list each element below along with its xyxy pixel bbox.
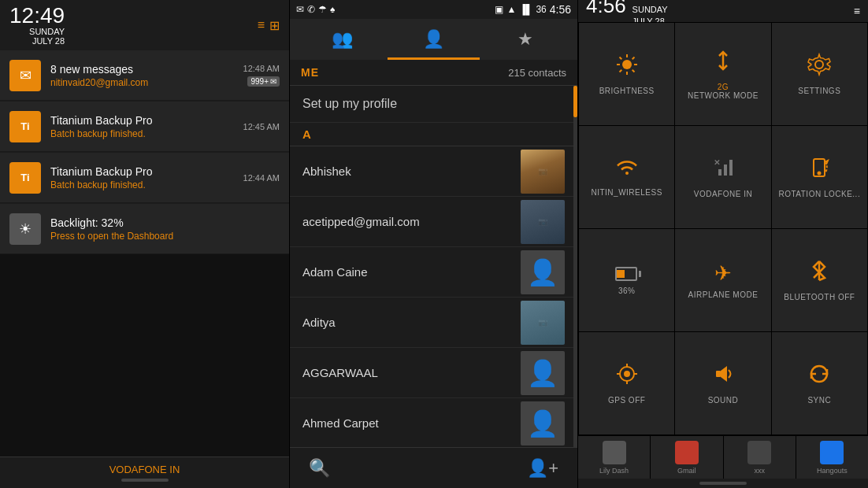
sync-icon [807,362,831,391]
notification-list: ✉ 8 new messages nitinvaid20@gmail.com 1… [0,50,289,254]
status-icons-1: ≡ ⊞ [258,18,280,33]
battery-display [615,266,639,282]
contacts-panel: ✉ ✆ ☂ ♠ ▣ ▲ ▐▌ 36 4:56 👥 👤 ★ ME 215 cont… [289,0,578,488]
svg-line-7 [632,57,634,60]
titanium1-time: 12:45 AM [243,122,280,131]
app-hangouts[interactable]: Hangouts [796,436,868,479]
tab-favorites[interactable]: ★ [480,19,571,60]
titanium2-meta: 12:44 AM [243,173,280,183]
svg-text:✕: ✕ [714,158,720,167]
contact-aditya[interactable]: Aditya 📷 [290,298,577,348]
date-1: SUNDAY JULY 28 [9,27,65,46]
message-notif-time: 12:48 AM [243,64,280,73]
contacts-icon: 👤 [423,29,444,50]
app-gmail[interactable]: Gmail [651,436,722,479]
tile-battery[interactable]: 36% [579,229,674,331]
profile-setup-item[interactable]: Set up my profile [290,86,577,123]
scroll-thumb [573,86,577,117]
svg-line-5 [619,57,621,60]
search-icon[interactable]: 🔍 [309,458,330,479]
message-notif-subtitle: nitinvaid20@gmail.com [50,77,234,88]
tile-gps[interactable]: GPS OFF [579,332,674,434]
signal-icon: ✕ [711,156,735,185]
vodafone-label: VODAFONE IN [694,190,752,198]
tile-rotation[interactable]: ROTATION LOCKE... [772,126,867,228]
tile-sound[interactable]: SOUND [675,332,770,434]
titanium2-time: 12:44 AM [243,173,280,183]
sms-icon: ✉ [296,4,304,15]
generic-avatar-icon2: 👤 [527,358,558,388]
tile-bluetooth[interactable]: BLUETOOTH OFF [772,229,867,331]
contacts-footer: 🔍 👤+ [290,447,577,488]
contact-acetipped[interactable]: acetipped@gmail.com 📷 [290,197,577,247]
contact-adam[interactable]: Adam Caine 👤 [290,247,577,298]
wifi-icon2: ▲ [506,4,516,15]
contact-name-ahmed: Ahmed Carpet [302,416,521,430]
contacts-status-bar: ✉ ✆ ☂ ♠ ▣ ▲ ▐▌ 36 4:56 [290,0,577,19]
settings-label: SETTINGS [798,87,840,95]
message-notif-title: 8 new messages [50,63,234,76]
battery-icon: 36 [536,4,546,15]
app-row: Lily Dash Gmail xxx Hangouts [578,435,868,479]
tile-network[interactable]: 2G NETWORK MODE [675,23,770,125]
app-lily-dash[interactable]: Lily Dash [578,436,650,479]
brightness-label: BRIGHTNESS [599,87,655,95]
group-icon: 👥 [332,29,353,50]
contact-avatar-adam: 👤 [521,250,565,294]
section-a: A [290,123,577,146]
notification-messages[interactable]: ✉ 8 new messages nitinvaid20@gmail.com 1… [0,50,289,101]
clock-time-1: 12:49 [9,5,65,27]
contact-ahmed[interactable]: Ahmed Carpet 👤 [290,398,577,447]
notification-titanium1[interactable]: Ti Titanium Backup Pro Batch backup fini… [0,102,289,152]
generic-avatar-icon3: 👤 [527,409,558,438]
battery-label: 36% [618,287,636,295]
generic-avatar-icon: 👤 [527,257,558,287]
message-notif-badge: 999+ ✉ [247,76,280,87]
contact-avatar-acetipped: 📷 [521,200,565,244]
svg-point-20 [625,372,629,376]
tile-settings[interactable]: SETTINGS [772,23,867,125]
contact-name-acetipped: acetipped@gmail.com [302,215,521,228]
app-icon-xxx [747,441,771,464]
menu-icon: ≡ [258,18,265,32]
brightness-icon [615,53,639,82]
svg-line-8 [619,70,621,72]
umbrella-icon: ☂ [318,4,327,15]
tile-brightness[interactable]: BRIGHTNESS [579,23,674,125]
grid-icon: ⊞ [269,18,280,33]
tile-airplane[interactable]: ✈ AIRPLANE MODE [675,229,770,331]
dim-area [0,254,289,457]
tab-contacts[interactable]: 👤 [388,19,479,60]
backlight-subtitle: Press to open the Dashboard [50,231,280,242]
app-label-gmail: Gmail [677,467,696,475]
titanium1-content: Titanium Backup Pro Batch backup finishe… [50,114,234,139]
settings-icon [807,53,831,82]
contacts-list: Set up my profile A Abhishek 📷 acetipped… [290,86,577,447]
contact-aggarwaal[interactable]: AGGARWAAL 👤 [290,348,577,398]
network-label: 2G NETWORK MODE [688,83,759,100]
star-icon: ★ [517,29,533,50]
tile-sync[interactable]: SYNC [772,332,867,434]
tab-group[interactable]: 👥 [296,19,388,60]
app-xxx[interactable]: xxx [724,436,796,479]
time-block-1: 12:49 SUNDAY JULY 28 [9,5,65,46]
rotation-label: ROTATION LOCKE... [778,190,860,198]
add-contact-icon[interactable]: 👤+ [527,458,558,479]
titanium2-subtitle: Batch backup finished. [50,179,234,190]
sim-icon: ▣ [495,4,503,15]
tile-vodafone[interactable]: ✕ VODAFONE IN [675,126,770,228]
contact-abhishek[interactable]: Abhishek 📷 [290,146,577,197]
tile-wifi[interactable]: NITIN_WIRELESS [579,126,674,228]
notification-titanium2[interactable]: Ti Titanium Backup Pro Batch backup fini… [0,153,289,203]
contact-name-aggarwaal: AGGARWAAL [302,366,521,379]
wifi-label: NITIN_WIRELESS [591,188,662,197]
qs-status-bar: 4:56 SUNDAY JULY 28 ≡ [578,0,868,22]
app-label-xxx: xxx [754,467,765,475]
rotation-icon [807,156,831,185]
sound-icon [711,362,735,391]
contact-name-abhishek: Abhishek [302,165,521,178]
sync-label: SYNC [807,396,831,405]
notification-backlight[interactable]: ☀ Backlight: 32% Press to open the Dashb… [0,204,289,254]
contacts-status-icons-left: ✉ ✆ ☂ ♠ [296,4,335,15]
titanium1-meta: 12:45 AM [243,122,280,131]
